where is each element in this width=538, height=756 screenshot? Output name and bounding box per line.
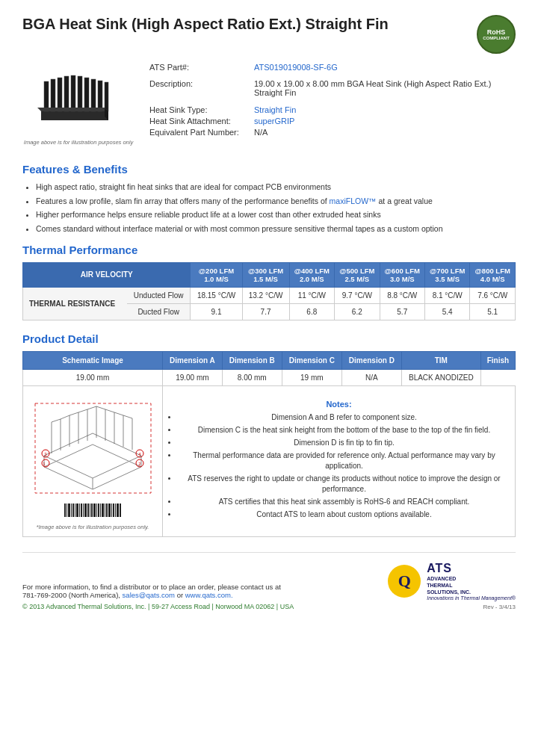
equivalent-part-row: Equivalent Part Number: N/A [149,128,516,137]
ats-tagline: Innovations in Thermal Management® [427,595,516,601]
svg-rect-62 [117,504,119,517]
svg-rect-8 [91,79,96,111]
dim-b-header: Dimension B [222,351,282,369]
footer-email[interactable]: sales@qats.com [123,591,175,599]
features-section: Features & Benefits High aspect ratio, s… [22,163,516,235]
product-detail-section: Product Detail Schematic Image Dimension… [22,332,516,537]
dim-c-header: Dimension C [282,351,341,369]
dim-b-value: 19.00 mm [163,369,223,385]
dim-a-header: Dimension A [163,351,223,369]
dim-d-value: 19 mm [282,369,341,385]
ducted-val-2: 7.7 [242,303,289,320]
svg-rect-42 [75,504,75,517]
ats-circle-letter: Q [398,571,411,591]
image-note: Image above is for illustration purposes… [24,139,133,146]
svg-rect-5 [71,75,75,111]
svg-rect-4 [64,76,69,111]
svg-rect-37 [64,504,66,517]
notes-cell: Notes: Dimension A and B refer to compon… [163,385,516,536]
note-item: ATS reserves the right to update or chan… [178,474,510,495]
equivalent-part-value: N/A [254,128,268,137]
footer-copyright: © 2013 Advanced Thermal Solutions, Inc. … [22,603,294,610]
schematic-image: 1 2 3 4 [29,392,156,501]
maxiflow-link: maxiFLOW™ [330,196,377,205]
footer-or: or [177,591,183,599]
notes-title: Notes: [167,400,510,409]
thermal-header-row: AIR VELOCITY @200 LFM1.0 M/S @300 LFM1.5… [23,262,516,287]
thermal-resistance-label: THERMAL RESISTANCE [23,287,127,320]
ats-logo-circle: Q [388,565,421,598]
dim-a-value: 19.00 mm [23,369,163,385]
schematic-header: Schematic Image [23,351,163,369]
rev-note: Rev - 3/4/13 [483,604,516,610]
svg-marker-11 [37,108,108,111]
svg-rect-48 [87,504,89,517]
product-title: BGA Heat Sink (High Aspect Ratio Ext.) S… [22,15,389,33]
note-item: Dimension A and B refer to component siz… [178,412,510,423]
header-section: BGA Heat Sink (High Aspect Ratio Ext.) S… [22,15,516,54]
finish-value: BLACK ANODIZED [401,369,480,385]
thermal-heading: Thermal Performance [22,244,516,256]
ducted-val-3: 6.8 [289,303,334,320]
feature-text-2b: at a great value [377,196,433,205]
ducted-val-4: 6.2 [335,303,380,320]
schematic-image-note: *Image above is for illustration purpose… [29,524,156,530]
svg-rect-1 [44,81,49,111]
svg-rect-47 [84,504,87,517]
ats-name: ATS [427,562,516,575]
svg-rect-7 [84,78,89,111]
part-number-value: ATS019019008-SF-6G [254,63,338,72]
tim-value: N/A [341,369,401,385]
finish-header: Finish [480,351,515,369]
product-detail-values-row: 19.00 mm 19.00 mm 8.00 mm 19 mm N/A BLAC… [23,369,516,385]
svg-rect-55 [102,504,104,517]
svg-rect-0 [41,111,108,120]
features-heading: Features & Benefits [22,163,516,176]
svg-rect-3 [58,78,62,111]
ats-full-name-2: THERMAL [427,582,516,589]
svg-rect-51 [93,504,96,517]
svg-rect-54 [100,504,101,517]
svg-rect-39 [68,504,70,517]
heat-sink-attachment-row: Heat Sink Attachment: superGRIP [149,117,516,126]
description-value: 19.00 x 19.00 x 8.00 mm BGA Heat Sink (H… [254,79,516,97]
notes-list: Dimension A and B refer to component siz… [178,412,510,520]
unducted-val-4: 9.7 °C/W [335,287,380,303]
unducted-label: Unducted Flow [127,287,191,303]
list-item: Comes standard without interface materia… [36,223,516,235]
col4-header: @500 LFM2.5 M/S [335,262,380,287]
note-item: Contact ATS to learn about custom option… [178,509,510,520]
footer-left: For more information, to find a distribu… [22,583,294,610]
svg-rect-45 [81,504,82,517]
ats-logo: Q ATS ADVANCED THERMAL SOLUTIONS, INC. I… [388,562,516,601]
rohs-badge: RoHS COMPLIANT [477,15,516,54]
footer-website[interactable]: www.qats.com. [185,591,233,599]
dim-d-header: Dimension D [341,351,401,369]
unducted-val-3: 11 °C/W [289,287,334,303]
schematic-cell: 1 2 3 4 [23,385,163,536]
col7-header: @800 LFM4.0 M/S [470,262,516,287]
product-specs: ATS Part#: ATS019019008-SF-6G Descriptio… [149,63,516,152]
svg-rect-43 [76,504,78,517]
ducted-val-6: 5.4 [424,303,469,320]
heat-sink-type-row: Heat Sink Type: Straight Fin [149,105,516,114]
ats-full-name-1: ADVANCED [427,575,516,582]
thermal-section: Thermal Performance AIR VELOCITY @200 LF… [22,244,516,320]
footer-section: For more information, to find a distribu… [22,552,516,610]
note-item: ATS certifies that this heat sink assemb… [178,497,510,507]
footer-contact: For more information, to find a distribu… [22,583,294,599]
ats-logo-text: ATS ADVANCED THERMAL SOLUTIONS, INC. Inn… [427,562,516,601]
description-row: Description: 19.00 x 19.00 x 8.00 mm BGA… [149,79,516,97]
svg-rect-63 [120,504,121,517]
svg-rect-38 [67,504,67,517]
col5-header: @600 LFM3.0 M/S [380,262,424,287]
svg-rect-50 [91,504,93,517]
svg-rect-60 [113,504,114,517]
svg-rect-44 [79,504,80,517]
svg-rect-6 [78,76,82,111]
unducted-val-6: 8.1 °C/W [424,287,469,303]
equivalent-part-label: Equivalent Part Number: [149,128,254,137]
ats-full-name-3: SOLUTIONS, INC. [427,589,516,595]
svg-marker-14 [44,433,141,478]
svg-rect-40 [71,504,72,517]
